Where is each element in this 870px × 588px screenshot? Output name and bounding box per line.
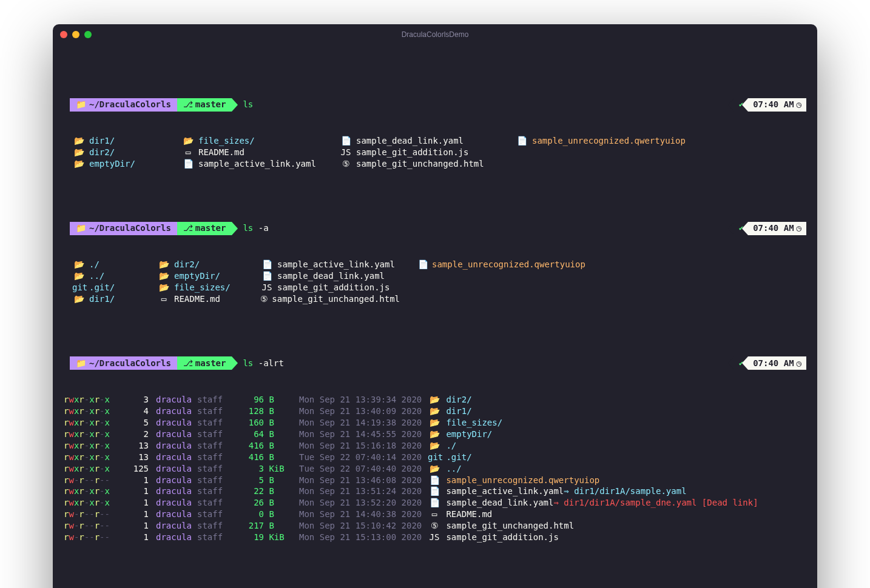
ls-output: 📂dir1/📂file_sizes/📄sample_dead_link.yaml… bbox=[72, 135, 806, 170]
table-row: rwxr-xr-x1draculastaff26 BMon Sep 21 13:… bbox=[64, 497, 806, 509]
file-icon: JS bbox=[339, 147, 352, 158]
ls-long-output: rwxr-xr-x3draculastaff96 BMon Sep 21 13:… bbox=[64, 394, 806, 543]
file-icon: 📄 bbox=[260, 270, 274, 282]
status-badge: ✔ 07:40 AM ◷ bbox=[734, 98, 806, 112]
ls-output: 📂./📂dir2/📄sample_active_link.yaml📄sample… bbox=[72, 259, 806, 305]
list-item: 📄sample_dead_link.yaml bbox=[339, 135, 497, 147]
file-icon: ⑤ bbox=[260, 293, 268, 305]
file-icon: 📄 bbox=[428, 475, 441, 486]
file-icon: 📂 bbox=[72, 147, 86, 158]
list-item: 📄sample_dead_link.yaml bbox=[260, 270, 400, 282]
cwd: ~/DraculaColorls bbox=[89, 99, 171, 110]
list-item: 📂../ bbox=[72, 270, 139, 282]
folder-icon: 📁 bbox=[76, 99, 86, 110]
file-icon: 📄 bbox=[181, 158, 195, 170]
list-item: JSsample_git_addition.js bbox=[260, 282, 400, 293]
table-row: rwxr-xr-x13draculastaff416 BMon Sep 21 1… bbox=[64, 440, 806, 452]
file-icon: 📄 bbox=[515, 135, 528, 147]
list-item: 📂dir1/ bbox=[72, 293, 139, 305]
git-branch-icon: ⎇ bbox=[183, 358, 193, 369]
git-branch: master bbox=[195, 99, 226, 110]
folder-icon: 📁 bbox=[76, 358, 86, 369]
file-icon: 📂 bbox=[157, 270, 170, 282]
table-row: rwxr-xr-x2draculastaff64 BMon Sep 21 14:… bbox=[64, 429, 806, 440]
file-icon: git bbox=[428, 452, 441, 463]
terminal-window: DraculaColorlsDemo 📁~/DraculaColorls ⎇ma… bbox=[53, 24, 817, 588]
list-item: 📄sample_active_link.yaml bbox=[181, 158, 321, 170]
file-icon: 📂 bbox=[72, 270, 86, 282]
prompt: 📁~/DraculaColorls ⎇master ls -alrt bbox=[64, 356, 284, 370]
list-item: ⑤sample_git_unchanged.html bbox=[260, 293, 400, 305]
list-item: 📂emptyDir/ bbox=[157, 270, 242, 282]
git-branch-icon: ⎇ bbox=[183, 222, 193, 234]
list-item: 📄sample_active_link.yaml bbox=[260, 259, 400, 270]
table-row: rwxr-xr-x3draculastaff96 BMon Sep 21 13:… bbox=[64, 394, 806, 406]
git-branch-icon: ⎇ bbox=[183, 99, 193, 110]
file-icon: 📂 bbox=[428, 417, 441, 429]
table-row: rw-r--r--1draculastaff19 KiBMon Sep 21 1… bbox=[64, 532, 806, 543]
list-item: 📂file_sizes/ bbox=[157, 282, 242, 293]
clock-icon: ◷ bbox=[797, 99, 801, 110]
file-icon: 📂 bbox=[181, 135, 195, 147]
file-icon: 📂 bbox=[157, 282, 170, 293]
file-icon: 📄 bbox=[418, 259, 428, 270]
folder-icon: 📁 bbox=[76, 222, 86, 234]
list-item: JSsample_git_addition.js bbox=[339, 147, 497, 158]
file-icon: ⑤ bbox=[428, 520, 441, 532]
file-icon: ▭ bbox=[181, 147, 195, 158]
list-item: ⑤sample_git_unchanged.html bbox=[339, 158, 497, 170]
table-row: rw-r--r--1draculastaff0 BMon Sep 21 14:4… bbox=[64, 509, 806, 520]
file-icon: 📄 bbox=[428, 497, 441, 509]
file-icon: ▭ bbox=[428, 509, 441, 520]
list-item: ▭README.md bbox=[157, 293, 242, 305]
list-item: ▭README.md bbox=[181, 147, 321, 158]
file-icon: JS bbox=[428, 532, 441, 543]
file-icon: 📂 bbox=[72, 259, 86, 270]
file-icon: 📄 bbox=[260, 259, 274, 270]
list-item: 📂./ bbox=[72, 259, 139, 270]
file-icon: git bbox=[72, 282, 86, 293]
list-item: 📂file_sizes/ bbox=[181, 135, 321, 147]
command: ls bbox=[243, 99, 258, 110]
file-icon: 📄 bbox=[428, 486, 441, 497]
file-icon: 📄 bbox=[339, 135, 352, 147]
list-item: 📂dir2/ bbox=[157, 259, 242, 270]
table-row: rw-r--r--1draculastaff217 BMon Sep 21 15… bbox=[64, 520, 806, 532]
table-row: rwxr-xr-x1draculastaff22 BMon Sep 21 13:… bbox=[64, 486, 806, 497]
file-icon: ▭ bbox=[157, 293, 170, 305]
terminal-body[interactable]: 📁~/DraculaColorls ⎇master ls ✔ 07:40 AM … bbox=[53, 45, 817, 588]
table-row: rwxr-xr-x4draculastaff128 BMon Sep 21 13… bbox=[64, 406, 806, 417]
file-icon: 📂 bbox=[72, 135, 86, 147]
prompt: 📁~/DraculaColorls ⎇master ls -a bbox=[64, 222, 269, 235]
list-item: 📂emptyDir/ bbox=[72, 158, 163, 170]
file-icon: 📂 bbox=[428, 429, 441, 440]
window-title: DraculaColorlsDemo bbox=[53, 30, 817, 39]
timestamp: 07:40 AM bbox=[753, 99, 794, 110]
table-row: rwxr-xr-x13draculastaff416 BTue Sep 22 0… bbox=[64, 452, 806, 463]
list-item: 📂dir2/ bbox=[72, 147, 163, 158]
list-item: 📄sample_unrecognized.qwertyuiop bbox=[418, 259, 564, 270]
table-row: rwxr-xr-x5draculastaff160 BMon Sep 21 14… bbox=[64, 417, 806, 429]
list-item: git.git/ bbox=[72, 282, 139, 293]
file-icon: 📂 bbox=[428, 440, 441, 452]
file-icon: 📂 bbox=[157, 259, 170, 270]
file-icon: 📂 bbox=[428, 406, 441, 417]
file-icon: 📂 bbox=[72, 293, 86, 305]
file-icon: ⑤ bbox=[339, 158, 352, 170]
table-row: rw-r--r--1draculastaff5 BMon Sep 21 13:4… bbox=[64, 475, 806, 486]
file-icon: 📂 bbox=[72, 158, 86, 170]
list-item: 📂dir1/ bbox=[72, 135, 163, 147]
file-icon: 📂 bbox=[428, 394, 441, 406]
file-icon: JS bbox=[260, 282, 274, 293]
table-row: rwxr-xr-x125draculastaff3 KiBTue Sep 22 … bbox=[64, 463, 806, 475]
prompt: 📁~/DraculaColorls ⎇master ls bbox=[64, 98, 258, 112]
list-item: 📄sample_unrecognized.qwertyuiop bbox=[515, 135, 806, 147]
titlebar: DraculaColorlsDemo bbox=[53, 24, 817, 45]
file-icon: 📂 bbox=[428, 463, 441, 475]
